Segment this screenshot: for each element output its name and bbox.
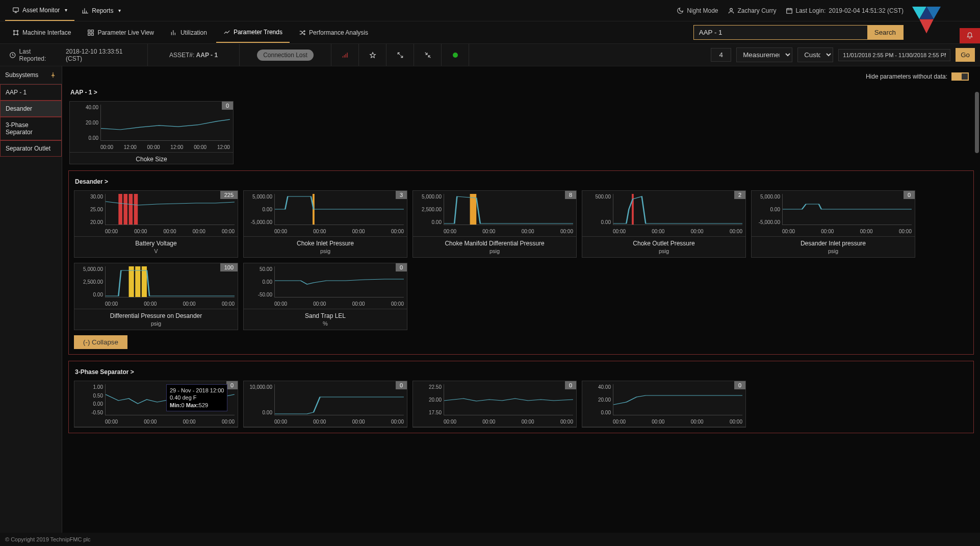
svg-rect-19 [129,194,133,225]
nav-machine-interface[interactable]: Machine Interface [5,23,78,42]
reports-menu[interactable]: Reports [74,1,128,21]
scrollbar[interactable] [975,92,979,153]
svg-rect-26 [142,266,147,297]
asset-monitor-label: Asset Monitor [22,7,60,14]
user-menu[interactable]: Zachary Curry [728,7,777,14]
section-title-aap[interactable]: AAP - 1 > [69,86,973,101]
svg-rect-0 [13,8,19,11]
chart-diff-pressure-desander[interactable]: 100 5,000.002,500.000.00 00:0000:0000:00… [74,263,238,330]
chart-3phase-2[interactable]: 0 10,000.000.00 00:0000:0000:0000:00 [243,381,407,428]
chart-3phase-1[interactable]: 0 1.000.500.00-0.50 00:0000:0000:0000:00… [74,381,238,428]
last-login: Last Login: 2019-02-04 14:51:32 (CST) [786,7,904,14]
chart-sand-trap-lel[interactable]: 0 50.000.00-50.00 00:0000:0000:0000:00 S… [243,263,407,330]
collapse-button[interactable] [414,44,442,66]
search-button[interactable]: Search [867,26,903,39]
chart-desander-inlet-pressure[interactable]: 0 5,000.000.00-5,000.00 00:0000:0000:000… [751,190,915,258]
hide-params-label: Hide parameters without data: [866,73,947,80]
chart-tooltip: 29 - Nov - 2018 12:00 0.40 deg F Min:0 M… [166,384,227,411]
svg-marker-5 [919,19,934,34]
svg-rect-20 [134,194,138,225]
grid-icon [87,29,94,36]
bar-chart-icon [82,7,89,14]
sidebar-item-aap1[interactable]: AAP - 1 [0,84,62,101]
svg-point-7 [13,30,14,31]
nav-parameter-trends[interactable]: Parameter Trends [216,22,290,43]
signal-icon [342,52,349,59]
svg-point-16 [453,53,458,58]
connection-status: Connection Lost [240,44,331,66]
go-button[interactable]: Go [956,48,975,62]
svg-rect-24 [129,266,134,297]
measurement-select[interactable]: Measurement [736,47,792,62]
nav-performance-analysis[interactable]: Performance Analysis [292,23,375,42]
trend-icon [223,29,230,36]
calendar-icon [786,7,793,14]
section-title-desander[interactable]: Desander > [74,175,968,190]
subsystems-sidebar: Subsystems AAP - 1 Desander 3-Phase Sepa… [0,66,62,533]
moon-icon [677,7,684,14]
svg-rect-2 [786,8,792,13]
signal-button[interactable] [331,44,359,66]
collapse-button[interactable]: (-) Collapse [74,335,127,349]
sliders-icon [12,29,19,36]
chart-choke-size[interactable]: 0 40.0020.000.00 00:0012:0000:0012:0000:… [69,101,234,164]
asset-monitor-menu[interactable]: Asset Monitor [5,1,74,21]
range-select[interactable]: Custom [797,47,833,62]
date-range-input[interactable] [838,49,950,61]
chart-icon [170,29,177,36]
svg-point-1 [730,8,732,11]
expand-icon [397,52,404,59]
alerts-button[interactable] [960,28,980,43]
search-input[interactable] [694,26,867,39]
status-dot-icon [452,52,458,58]
chart-choke-outlet-pressure[interactable]: 2 500.000.00 00:0000:0000:0000:00 Choke … [582,190,746,258]
night-mode-toggle[interactable]: Night Mode [677,7,718,14]
shuffle-icon [299,29,306,36]
svg-rect-18 [123,194,127,225]
favorite-button[interactable] [359,44,386,66]
sidebar-title: Subsystems [5,71,38,79]
nav-parameter-live-view[interactable]: Parameter Live View [80,23,161,42]
sidebar-item-separator-outlet[interactable]: Separator Outlet [0,140,62,157]
app-logo [904,0,949,42]
chart-choke-manifold-diff-pressure[interactable]: 8 5,000.002,500.000.00 00:0000:0000:0000… [412,190,577,258]
svg-rect-13 [88,33,90,35]
asset-number: ASSET#: AAP - 1 [148,44,240,66]
reports-label: Reports [92,7,113,14]
chart-choke-inlet-pressure[interactable]: 3 5,000.000.00-5,000.00 00:0000:0000:000… [243,190,407,258]
expand-button[interactable] [386,44,414,66]
section-title-3phase[interactable]: 3-Phase Separator > [74,365,968,381]
star-icon [369,52,376,59]
chart-3phase-3[interactable]: 0 22.5020.0017.50 00:0000:0000:0000:00 [412,381,577,428]
sidebar-item-desander[interactable]: Desander [0,101,62,117]
last-reported: Last Reported: 2018-12-10 13:33:51 (CST) [0,44,148,66]
svg-rect-14 [92,33,94,35]
chart-battery-voltage[interactable]: 225 30.0025.0020.00 00:0000:0000:0000:00… [74,190,238,258]
user-icon [728,7,735,14]
footer: © Copyright 2019 TechnipFMC plc [0,533,980,546]
svg-rect-25 [135,266,140,297]
collapse-icon [424,52,431,59]
bell-icon [966,32,973,39]
status-indicator [442,44,469,66]
svg-rect-12 [92,30,94,32]
sidebar-item-3phase[interactable]: 3-Phase Separator [0,117,62,140]
section-3phase: 3-Phase Separator > 0 1.000.500.00-0.50 … [68,361,974,433]
svg-point-10 [17,34,18,35]
section-desander: Desander > 225 30.0025.0020.00 00:0000 [68,170,974,355]
pin-icon[interactable] [49,71,57,79]
svg-point-8 [17,30,18,31]
chart-3phase-4[interactable]: 0 40.0020.000.00 00:0000:0000:0000:00 [582,381,746,428]
svg-rect-17 [118,194,122,225]
hide-params-toggle[interactable] [951,72,969,81]
monitor-icon [12,7,19,14]
svg-rect-22 [470,194,477,225]
nav-utilization[interactable]: Utilization [163,23,214,42]
svg-rect-11 [88,30,90,32]
svg-point-9 [13,34,14,35]
column-count-input[interactable] [711,48,731,62]
clock-icon [9,52,16,59]
